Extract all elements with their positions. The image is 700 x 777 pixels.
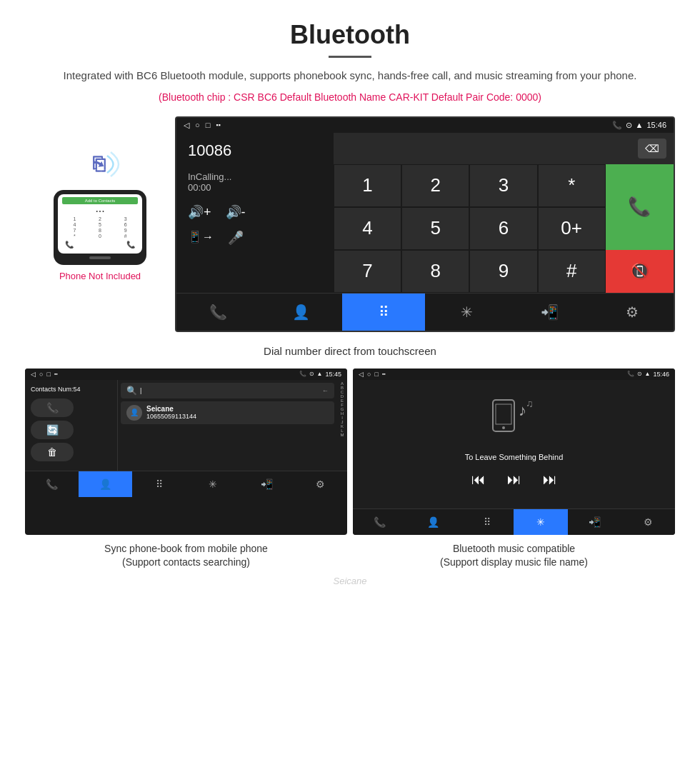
svg-rect-2 [496,404,511,424]
phone-screen-header: Add to Contacts [62,197,138,204]
contacts-count: Contacts Num:54 [31,386,111,393]
dial-nav-keypad[interactable]: ⠿ [342,294,425,331]
contacts-nav-transfer[interactable]: 📲 [240,471,294,497]
key-6[interactable]: 6 [469,207,537,250]
backspace-button[interactable]: ⌫ [638,139,666,159]
back-icon: ◁ [184,121,189,130]
contacts-nav-bar: 📞 👤 ⠿ ✳ 📲 ⚙ [25,471,347,497]
key-1[interactable]: 1 [334,164,401,207]
location-icon: ⊙ [626,121,632,130]
signal-icon: ▪▪ [216,121,220,129]
dial-input-row: ⌫ [334,133,674,164]
music-nav-keypad[interactable]: ⠿ [460,509,514,535]
search-cursor: | [137,387,141,394]
music-circle-icon: ○ [367,371,371,378]
sync-button[interactable]: 🔄 [31,421,74,439]
top-section: ⎘ Add to Contacts • • • 123 456 789 *0# … [21,116,679,332]
square-icon: □ [206,121,211,129]
dial-nav-bluetooth[interactable]: ✳ [425,294,508,331]
key-9[interactable]: 9 [469,250,537,293]
prev-track-button[interactable]: ⏮ [471,471,486,488]
call-green-button[interactable]: 📞 [606,164,674,250]
contacts-caption: Sync phone-book from mobile phone (Suppo… [25,542,347,570]
contacts-nav-bluetooth[interactable]: ✳ [186,471,239,497]
dial-nav-transfer[interactable]: 📲 [508,294,591,331]
music-caption-line2: (Support display music file name) [440,556,588,568]
phone-mockup: Add to Contacts • • • 123 456 789 *0# 📞 … [54,190,146,265]
contacts-nav-contacts[interactable]: 👤 [79,471,132,497]
bottom-section: ◁ ○ □ ▪▪ 📞 ⊙ ▲ 15:45 Contacts Num:54 📞 🔄 [25,369,675,535]
phone-bottom-bar: 📞 📞 [62,239,138,251]
music-nav-contacts[interactable]: 👤 [406,509,460,535]
status-time: 15:46 [646,121,666,129]
contacts-alpha-list: A B C D E F G H I J K L M [337,380,347,471]
dial-timer: 00:00 [188,182,322,193]
phone-screen: Add to Contacts • • • 123 456 789 *0# 📞 … [58,194,142,254]
dial-nav-settings[interactable]: ⚙ [591,294,674,331]
dial-keypad-area: ⌫ 1 2 3 * 📞 4 5 6 0+ [334,133,674,293]
dial-calling-label: InCalling... [188,171,322,182]
page-header: Bluetooth Integrated with BC6 Bluetooth … [0,0,700,116]
contacts-status-right: 📞 ⊙ ▲ 15:45 [299,371,341,378]
contacts-status-bar: ◁ ○ □ ▪▪ 📞 ⊙ ▲ 15:45 [25,369,347,380]
vol-down-icon[interactable]: 🔊- [226,204,246,220]
vol-up-icon[interactable]: 🔊+ [188,204,211,220]
music-nav-bluetooth[interactable]: ✳ [514,509,567,535]
music-nav-transfer[interactable]: 📲 [568,509,621,535]
dial-number: 10086 [188,141,322,160]
delete-button[interactable]: 🗑 [31,443,74,461]
dial-input-display[interactable] [341,141,632,156]
contact-number: 10655059113144 [146,413,196,420]
contacts-screen: ◁ ○ □ ▪▪ 📞 ⊙ ▲ 15:45 Contacts Num:54 📞 🔄 [25,369,347,535]
contact-avatar: 👤 [126,405,142,421]
circle-icon: ○ [195,121,200,129]
contacts-search-bar[interactable]: 🔍 | ← [121,383,334,398]
music-caption: Bluetooth music compatible (Support disp… [353,542,675,570]
key-0plus[interactable]: 0+ [538,207,606,250]
svg-point-3 [502,426,505,429]
contact-list-item[interactable]: 👤 Seicane 10655059113144 [121,401,334,424]
svg-text:⎘: ⎘ [93,153,106,175]
bluetooth-signal-icon: ⎘ [75,145,125,184]
dial-status-bar: ◁ ○ □ ▪▪ 📞 ⊙ ▲ 15:46 [176,118,674,133]
contacts-nav-calls[interactable]: 📞 [25,471,79,497]
key-hash[interactable]: # [538,250,606,293]
music-screen: ◁ ○ □ ▪▪ 📞 ⊙ ▲ 15:46 [353,369,675,535]
key-5[interactable]: 5 [401,207,469,250]
contacts-nav-settings[interactable]: ⚙ [294,471,347,497]
header-description: Integrated with BC6 Bluetooth module, su… [29,68,671,84]
dial-status-right: 📞 ⊙ ▲ 15:46 [612,121,666,130]
main-caption: Dial number direct from touchscreen [264,345,436,357]
music-wifi-icon: ▲ [645,371,651,377]
key-8[interactable]: 8 [401,250,469,293]
music-artwork-icon: ♪ ♫ [486,394,543,446]
dial-nav-calls[interactable]: 📞 [176,294,259,331]
spec-line: (Bluetooth chip : CSR BC6 Default Blueto… [29,90,671,105]
mic-icon[interactable]: 🎤 [228,230,244,246]
music-song-title: To Leave Something Behind [465,453,564,461]
dial-vol-controls: 🔊+ 🔊- [188,204,322,220]
dial-top: 10086 InCalling... 00:00 🔊+ 🔊- 📱→ 🎤 [176,133,674,293]
call-button[interactable]: 📞 [31,398,74,417]
backspace-search-icon: ← [322,387,329,394]
key-star[interactable]: * [538,164,606,207]
play-pause-button[interactable]: ⏭ [507,471,521,488]
key-7[interactable]: 7 [334,250,401,293]
music-body: ♪ ♫ To Leave Something Behind ⏮ ⏭ ⏭ [353,380,675,508]
phone-not-included-label: Phone Not Included [59,271,141,281]
contacts-circle-icon: ○ [39,371,43,378]
title-divider [329,56,371,58]
search-icon: 🔍 [126,386,137,396]
next-track-button[interactable]: ⏭ [543,471,557,488]
key-2[interactable]: 2 [401,164,469,207]
key-3[interactable]: 3 [469,164,537,207]
music-caption-line1: Bluetooth music compatible [453,543,575,554]
contacts-caption-line1: Sync phone-book from mobile phone [104,543,268,554]
music-nav-calls[interactable]: 📞 [353,509,406,535]
contacts-nav-keypad[interactable]: ⠿ [132,471,186,497]
key-4[interactable]: 4 [334,207,401,250]
call-end-button[interactable]: 📵 [606,250,674,293]
dial-nav-contacts[interactable]: 👤 [259,294,342,331]
transfer-icon[interactable]: 📱→ [188,230,214,246]
music-nav-settings[interactable]: ⚙ [621,509,675,535]
